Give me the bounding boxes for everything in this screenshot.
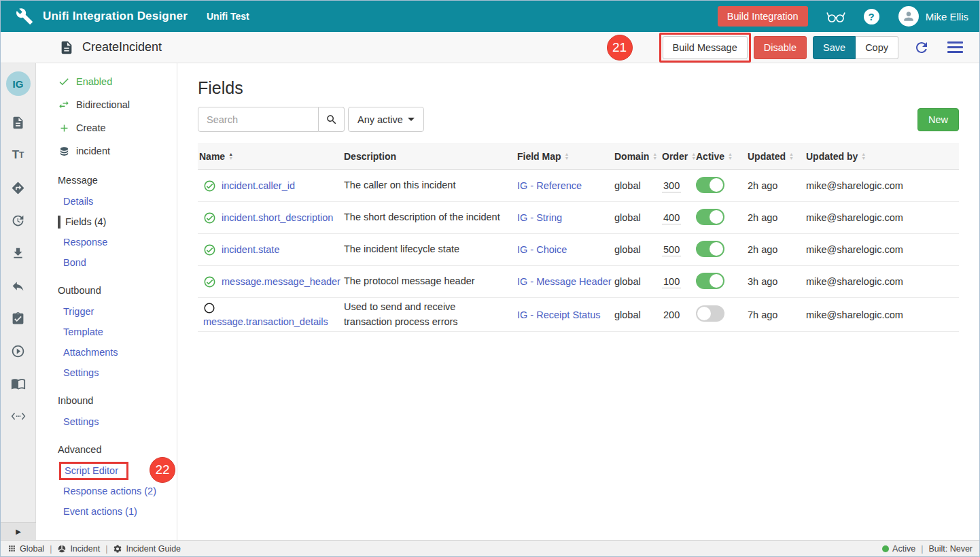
nav-item-trigger[interactable]: Trigger (36, 301, 177, 322)
field-name-link[interactable]: incident.state (222, 244, 279, 255)
column-header[interactable]: Active ▲▼ (695, 151, 746, 162)
help-icon[interactable]: ? (864, 9, 879, 24)
nav-item-bond[interactable]: Bond (36, 252, 177, 273)
field-description: The incident lifecycle state (343, 242, 516, 256)
sort-arrows-icon: ▲▼ (652, 152, 657, 161)
check-icon (58, 75, 70, 88)
build-integration-button[interactable]: Build Integration (718, 6, 808, 27)
nav-item-template[interactable]: Template (36, 322, 177, 342)
field-order-value[interactable]: 100 (662, 276, 681, 288)
field-map-link[interactable]: IG - String (517, 212, 562, 223)
nav-item-fields[interactable]: Fields (4) (36, 212, 177, 232)
field-updated-by: mike@sharelogic.com (805, 244, 959, 255)
active-toggle[interactable] (696, 305, 724, 322)
statusbar-incident-guide[interactable]: Incident Guide (113, 544, 181, 554)
preview-glasses-icon[interactable] (826, 9, 846, 24)
nav-item-incident[interactable]: incident (36, 139, 177, 163)
nav-item-inbound-settings[interactable]: Settings (36, 411, 177, 432)
field-order-value[interactable]: 500 (662, 244, 681, 256)
active-check-icon (203, 212, 216, 224)
app-title: Unifi Integration Designer (43, 10, 188, 23)
field-updated: 3h ago (746, 276, 805, 287)
copy-button[interactable]: Copy (856, 36, 898, 59)
field-name-link[interactable]: incident.caller_id (222, 180, 295, 191)
new-button[interactable]: New (917, 108, 959, 131)
disable-button[interactable]: Disable (754, 36, 807, 59)
field-order-value[interactable]: 300 (662, 180, 681, 192)
field-name-link[interactable]: incident.short_description (222, 212, 333, 223)
nav-item-attachments[interactable]: Attachments (36, 342, 177, 362)
active-toggle[interactable] (696, 241, 724, 257)
plus-icon (58, 122, 70, 134)
search-button[interactable] (319, 107, 345, 132)
active-toggle[interactable] (696, 209, 724, 225)
field-map-link[interactable]: IG - Message Header (517, 276, 612, 287)
record-header: CreateIncident 21 Build Message Disable … (1, 32, 979, 63)
main-content: Fields Any active New (177, 63, 979, 540)
column-header[interactable]: Name ▲▼ (198, 151, 343, 162)
sort-arrows-icon: ▲▼ (861, 152, 866, 161)
search-input[interactable] (198, 107, 319, 132)
directions-icon[interactable] (11, 180, 26, 195)
table-row: incident.short_description The short des… (198, 202, 959, 234)
column-header[interactable]: Updated ▲▼ (746, 151, 805, 162)
code-icon[interactable] (11, 409, 26, 424)
active-toggle[interactable] (696, 273, 724, 289)
column-header[interactable]: Updated by ▲▼ (805, 151, 959, 162)
column-header[interactable]: Field Map ▲▼ (516, 151, 613, 162)
filter-dropdown[interactable]: Any active (348, 107, 424, 132)
rail-avatar[interactable]: IG (6, 71, 31, 96)
refresh-button[interactable] (913, 39, 930, 56)
wrench-logo-icon[interactable] (16, 7, 33, 25)
document-icon[interactable] (11, 115, 26, 130)
nav-item-bidirectional[interactable]: Bidirectional (36, 93, 177, 116)
task-check-icon[interactable] (11, 311, 26, 326)
field-domain: global (613, 212, 661, 223)
statusbar-global[interactable]: Global (7, 544, 44, 554)
nav-item-response[interactable]: Response (36, 232, 177, 252)
nav-item-event-actions[interactable]: Event actions (1) (36, 501, 177, 522)
field-domain: global (613, 244, 661, 255)
field-name-link[interactable]: message.message_header (222, 276, 340, 287)
statusbar-incident[interactable]: Incident (57, 544, 100, 554)
nav-item-outbound-settings[interactable]: Settings (36, 362, 177, 383)
column-header[interactable]: Order ▲▼ (661, 151, 695, 162)
nav-item-response-actions[interactable]: Response actions (2) (36, 481, 177, 501)
table-header-row: Name ▲▼ Description ▲▼ Field Map ▲▼ (198, 143, 959, 170)
workspace-name[interactable]: Unifi Test (207, 11, 249, 22)
column-header[interactable]: Description ▲▼ (343, 151, 516, 162)
menu-icon[interactable] (947, 41, 963, 53)
annotation-box-script-editor: Script Editor (59, 462, 128, 480)
field-name-link[interactable]: message.transaction_details (203, 316, 328, 327)
field-map-link[interactable]: IG - Choice (517, 244, 567, 255)
text-format-icon[interactable]: TT (11, 148, 26, 163)
database-icon (58, 145, 70, 157)
active-toggle[interactable] (696, 177, 724, 193)
swap-arrows-icon (58, 99, 70, 111)
play-circle-icon[interactable] (11, 343, 26, 358)
table-row: message.message_header The protocol mess… (198, 266, 959, 298)
reply-icon[interactable] (11, 278, 26, 293)
history-icon[interactable] (11, 213, 26, 228)
user-avatar[interactable] (898, 6, 919, 27)
book-icon[interactable] (11, 376, 26, 391)
field-order-value[interactable]: 200 (662, 309, 681, 321)
download-icon[interactable] (11, 246, 26, 260)
field-map-link[interactable]: IG - Reference (517, 180, 582, 191)
field-updated: 2h ago (746, 244, 805, 255)
field-order-value[interactable]: 400 (662, 212, 681, 224)
save-button[interactable]: Save (813, 36, 856, 59)
field-domain: global (613, 309, 661, 320)
sort-arrows-icon: ▲▼ (789, 152, 794, 161)
column-header[interactable]: Domain ▲▼ (613, 151, 661, 162)
nav-item-enabled[interactable]: Enabled (36, 70, 177, 93)
search-icon (326, 114, 338, 126)
build-message-button[interactable]: Build Message (663, 36, 748, 59)
integration-status: Active (882, 544, 915, 554)
field-map-link[interactable]: IG - Receipt Status (517, 309, 601, 320)
field-updated-by: mike@sharelogic.com (805, 180, 959, 191)
user-name[interactable]: Mike Ellis (926, 11, 968, 22)
nav-item-create[interactable]: Create (36, 116, 177, 139)
collapse-arrow-icon[interactable]: ▶ (1, 522, 36, 540)
nav-item-details[interactable]: Details (36, 191, 177, 212)
